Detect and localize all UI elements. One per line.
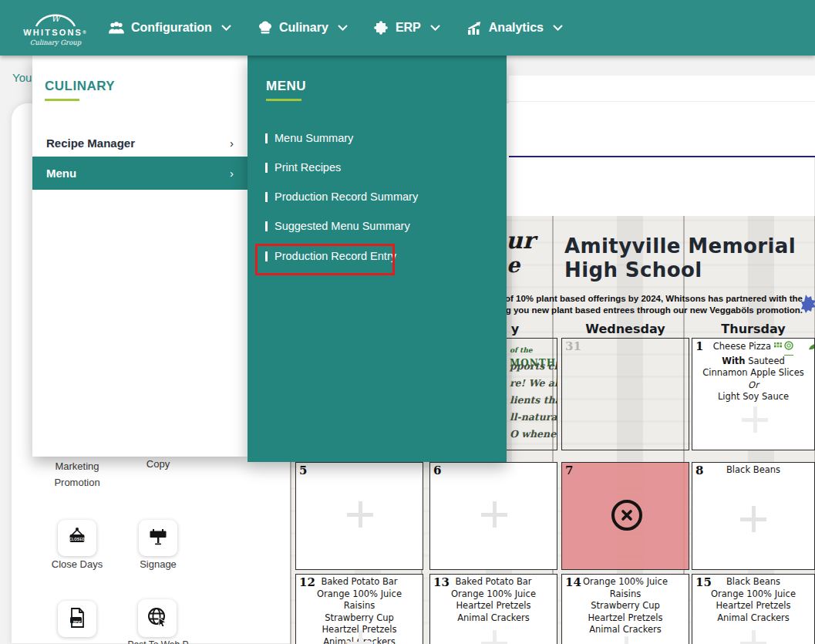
- pdf-button[interactable]: PDF: [58, 601, 96, 637]
- culinary-panel-title: CULINARY: [45, 79, 115, 94]
- logo-w: W: [17, 14, 94, 24]
- submenu-item-suggested-menu-summary[interactable]: Suggested Menu Summary: [265, 220, 410, 232]
- chevron-down-icon: [338, 25, 348, 31]
- brand-subtitle: Culinary Group: [17, 39, 94, 46]
- calendar-cell-8[interactable]: 8 Black Beans: [692, 462, 815, 570]
- calendar-cell-14[interactable]: 14 Orange 100% JuiceRaisins Strawberry C…: [561, 574, 689, 644]
- item-bar-icon: [265, 221, 268, 231]
- item-bar-icon: [265, 133, 268, 143]
- leaf-icon: [809, 342, 815, 354]
- analytics-icon: [466, 21, 483, 35]
- puzzle-icon: [374, 20, 389, 35]
- close-days-label: Close Days: [51, 558, 103, 570]
- chevron-down-icon: [553, 25, 563, 31]
- menu-panel-title: MENU: [266, 79, 306, 94]
- dots-grid-icon: [774, 342, 782, 354]
- calendar-cell-1[interactable]: 1 Cheese Pizza With Sauteed Cinnamon App…: [692, 338, 815, 450]
- add-menu-item-icon[interactable]: [613, 636, 639, 644]
- billboard-icon: [147, 526, 169, 551]
- breadcrumb[interactable]: You: [12, 71, 32, 84]
- nav-item-culinary[interactable]: Culinary: [258, 20, 348, 35]
- marketing-promotion-label: Marketing: [48, 458, 106, 474]
- chevron-down-icon: [221, 25, 231, 31]
- post-to-web-button[interactable]: [138, 599, 177, 637]
- calendar-cell-5[interactable]: 5: [295, 462, 423, 570]
- add-menu-item-icon[interactable]: [481, 630, 507, 644]
- promo-text-line1: of 10% plant based offerings by 2024, Wh…: [505, 294, 803, 303]
- pdf-file-icon: PDF: [67, 607, 87, 632]
- registered-mark: ®: [83, 30, 88, 35]
- logo-arc-icon: W: [17, 7, 94, 28]
- signage-button[interactable]: [139, 520, 177, 556]
- school-name: Amityville Memorial High School: [564, 234, 796, 282]
- highlight-red-box: [255, 244, 395, 275]
- add-menu-item-icon[interactable]: [347, 630, 373, 644]
- people-icon: [108, 21, 125, 35]
- closed-sign-icon: CLOSED: [66, 526, 88, 551]
- culinary-dropdown-panel: CULINARY Recipe Manager › Menu ›: [32, 56, 248, 457]
- day-header-wednesday: Wednesday: [561, 322, 689, 336]
- calendar-cell-13[interactable]: 13 Baked Potato BarOrange 100% Juice Hea…: [429, 574, 557, 644]
- calendar-cell-6[interactable]: 6: [429, 462, 557, 570]
- chevron-right-icon: ›: [230, 167, 234, 180]
- chevron-right-icon: ›: [230, 137, 234, 150]
- add-menu-item-icon[interactable]: [481, 501, 507, 528]
- item-bar-icon: [265, 192, 268, 202]
- chevron-down-icon: [430, 25, 440, 31]
- signage-label: Signage: [132, 558, 184, 570]
- globe-cursor-icon: [146, 605, 169, 632]
- menu-item-menu[interactable]: Menu ›: [32, 157, 248, 190]
- chef-hat-icon: [258, 20, 273, 35]
- calendar-cell-15[interactable]: 15 Black BeansOrange 100% Juice Heartzel…: [692, 574, 815, 644]
- copy-label: Copy: [139, 458, 177, 470]
- nav-item-configuration[interactable]: Configuration: [108, 21, 231, 35]
- submenu-item-print-recipes[interactable]: Print Recipes: [265, 161, 341, 174]
- script-text-fragment: ur: [506, 227, 535, 254]
- close-days-button[interactable]: CLOSED: [58, 520, 96, 556]
- nav-item-analytics[interactable]: Analytics: [466, 21, 563, 35]
- add-menu-item-icon[interactable]: [740, 630, 766, 644]
- submenu-item-production-record-summary[interactable]: Production Record Summary: [265, 191, 418, 203]
- calendar-cell-12[interactable]: 12 Baked Potato BarOrange 100% Juice Rai…: [295, 574, 423, 644]
- day-header-partial: y: [507, 322, 523, 336]
- add-menu-item-icon[interactable]: [740, 506, 766, 532]
- calendar-toolbar: [509, 76, 815, 157]
- calendar-cell-31[interactable]: 31: [561, 338, 689, 450]
- promo-text-line2: bring you new plant based entrees throug…: [489, 305, 803, 315]
- item-bar-icon: [265, 163, 268, 173]
- veggie-badge-icon: [784, 341, 793, 356]
- menu-submenu-panel: MENU Menu Summary Print Recipes Producti…: [248, 56, 507, 462]
- menu-item-recipe-manager[interactable]: Recipe Manager ›: [32, 128, 248, 157]
- top-nav: W WHITSONS® Culinary Group Configuration…: [0, 0, 815, 56]
- day-header-thursday: Thursday: [692, 322, 815, 336]
- veggabols-blue-icon: [801, 293, 815, 316]
- script-text-fragment: e: [507, 253, 520, 277]
- brand-name: WHITSONS: [23, 28, 83, 37]
- add-menu-item-icon[interactable]: [742, 406, 768, 433]
- title-underline: [266, 99, 301, 101]
- nav-item-erp[interactable]: ERP: [374, 20, 440, 35]
- calendar-cell-7-closed[interactable]: 7: [561, 462, 689, 570]
- title-underline: [45, 99, 79, 101]
- add-menu-item-icon[interactable]: [347, 501, 373, 528]
- submenu-item-menu-summary[interactable]: Menu Summary: [265, 132, 353, 144]
- closed-day-icon: [611, 500, 642, 531]
- post-to-web-label: Post To Web P: [126, 639, 190, 644]
- whitsons-logo[interactable]: W WHITSONS® Culinary Group: [17, 7, 94, 46]
